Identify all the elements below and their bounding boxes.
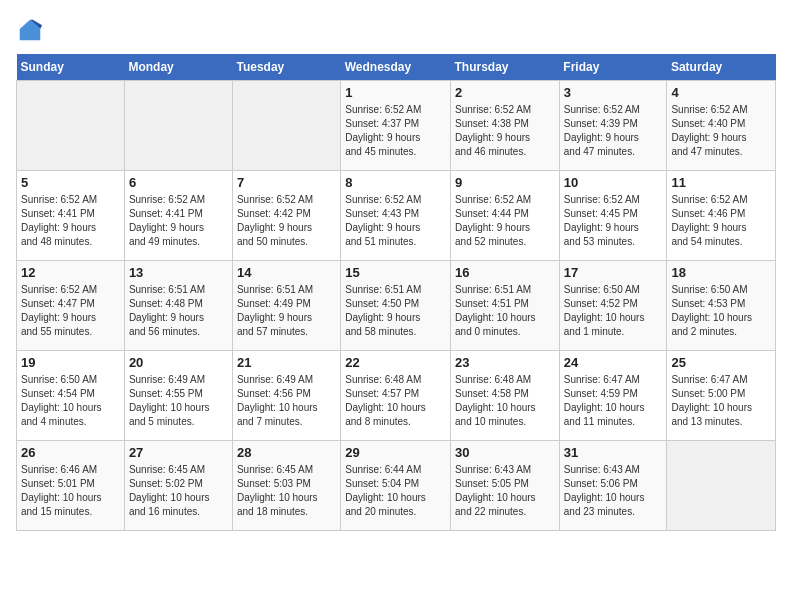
calendar-cell: 30Sunrise: 6:43 AM Sunset: 5:05 PM Dayli… (451, 441, 560, 531)
day-number: 18 (671, 265, 771, 280)
day-number: 15 (345, 265, 446, 280)
calendar-week-row: 26Sunrise: 6:46 AM Sunset: 5:01 PM Dayli… (17, 441, 776, 531)
calendar-cell: 6Sunrise: 6:52 AM Sunset: 4:41 PM Daylig… (124, 171, 232, 261)
day-number: 30 (455, 445, 555, 460)
day-number: 23 (455, 355, 555, 370)
day-number: 27 (129, 445, 228, 460)
day-number: 3 (564, 85, 663, 100)
calendar-cell (232, 81, 340, 171)
calendar-cell: 25Sunrise: 6:47 AM Sunset: 5:00 PM Dayli… (667, 351, 776, 441)
day-info: Sunrise: 6:48 AM Sunset: 4:58 PM Dayligh… (455, 373, 555, 429)
day-number: 28 (237, 445, 336, 460)
day-info: Sunrise: 6:43 AM Sunset: 5:06 PM Dayligh… (564, 463, 663, 519)
weekday-header-sunday: Sunday (17, 54, 125, 81)
calendar-cell: 23Sunrise: 6:48 AM Sunset: 4:58 PM Dayli… (451, 351, 560, 441)
calendar-cell: 9Sunrise: 6:52 AM Sunset: 4:44 PM Daylig… (451, 171, 560, 261)
calendar-week-row: 12Sunrise: 6:52 AM Sunset: 4:47 PM Dayli… (17, 261, 776, 351)
day-number: 25 (671, 355, 771, 370)
logo-icon (16, 16, 44, 44)
calendar-cell: 18Sunrise: 6:50 AM Sunset: 4:53 PM Dayli… (667, 261, 776, 351)
day-number: 9 (455, 175, 555, 190)
calendar-cell: 12Sunrise: 6:52 AM Sunset: 4:47 PM Dayli… (17, 261, 125, 351)
day-number: 8 (345, 175, 446, 190)
day-info: Sunrise: 6:51 AM Sunset: 4:48 PM Dayligh… (129, 283, 228, 339)
day-number: 4 (671, 85, 771, 100)
calendar-cell: 26Sunrise: 6:46 AM Sunset: 5:01 PM Dayli… (17, 441, 125, 531)
calendar-cell: 24Sunrise: 6:47 AM Sunset: 4:59 PM Dayli… (559, 351, 667, 441)
calendar-cell: 7Sunrise: 6:52 AM Sunset: 4:42 PM Daylig… (232, 171, 340, 261)
day-number: 13 (129, 265, 228, 280)
weekday-header-monday: Monday (124, 54, 232, 81)
day-number: 21 (237, 355, 336, 370)
calendar-header: SundayMondayTuesdayWednesdayThursdayFrid… (17, 54, 776, 81)
day-number: 16 (455, 265, 555, 280)
day-number: 11 (671, 175, 771, 190)
day-info: Sunrise: 6:52 AM Sunset: 4:37 PM Dayligh… (345, 103, 446, 159)
calendar-cell: 8Sunrise: 6:52 AM Sunset: 4:43 PM Daylig… (341, 171, 451, 261)
day-number: 24 (564, 355, 663, 370)
day-info: Sunrise: 6:52 AM Sunset: 4:47 PM Dayligh… (21, 283, 120, 339)
calendar-cell: 31Sunrise: 6:43 AM Sunset: 5:06 PM Dayli… (559, 441, 667, 531)
calendar-cell: 5Sunrise: 6:52 AM Sunset: 4:41 PM Daylig… (17, 171, 125, 261)
calendar-table: SundayMondayTuesdayWednesdayThursdayFrid… (16, 54, 776, 531)
day-number: 7 (237, 175, 336, 190)
day-number: 20 (129, 355, 228, 370)
day-info: Sunrise: 6:52 AM Sunset: 4:41 PM Dayligh… (129, 193, 228, 249)
day-number: 5 (21, 175, 120, 190)
day-info: Sunrise: 6:51 AM Sunset: 4:50 PM Dayligh… (345, 283, 446, 339)
weekday-header-wednesday: Wednesday (341, 54, 451, 81)
weekday-header-thursday: Thursday (451, 54, 560, 81)
day-info: Sunrise: 6:52 AM Sunset: 4:44 PM Dayligh… (455, 193, 555, 249)
day-info: Sunrise: 6:52 AM Sunset: 4:42 PM Dayligh… (237, 193, 336, 249)
calendar-cell: 2Sunrise: 6:52 AM Sunset: 4:38 PM Daylig… (451, 81, 560, 171)
calendar-cell: 4Sunrise: 6:52 AM Sunset: 4:40 PM Daylig… (667, 81, 776, 171)
day-number: 14 (237, 265, 336, 280)
calendar-cell (667, 441, 776, 531)
calendar-cell: 11Sunrise: 6:52 AM Sunset: 4:46 PM Dayli… (667, 171, 776, 261)
day-number: 10 (564, 175, 663, 190)
day-number: 26 (21, 445, 120, 460)
weekday-header-friday: Friday (559, 54, 667, 81)
calendar-cell: 15Sunrise: 6:51 AM Sunset: 4:50 PM Dayli… (341, 261, 451, 351)
day-info: Sunrise: 6:47 AM Sunset: 4:59 PM Dayligh… (564, 373, 663, 429)
calendar-cell: 1Sunrise: 6:52 AM Sunset: 4:37 PM Daylig… (341, 81, 451, 171)
calendar-cell: 10Sunrise: 6:52 AM Sunset: 4:45 PM Dayli… (559, 171, 667, 261)
day-number: 2 (455, 85, 555, 100)
day-info: Sunrise: 6:48 AM Sunset: 4:57 PM Dayligh… (345, 373, 446, 429)
calendar-cell: 14Sunrise: 6:51 AM Sunset: 4:49 PM Dayli… (232, 261, 340, 351)
calendar-cell: 21Sunrise: 6:49 AM Sunset: 4:56 PM Dayli… (232, 351, 340, 441)
calendar-week-row: 5Sunrise: 6:52 AM Sunset: 4:41 PM Daylig… (17, 171, 776, 261)
day-info: Sunrise: 6:52 AM Sunset: 4:46 PM Dayligh… (671, 193, 771, 249)
day-info: Sunrise: 6:52 AM Sunset: 4:40 PM Dayligh… (671, 103, 771, 159)
calendar-week-row: 1Sunrise: 6:52 AM Sunset: 4:37 PM Daylig… (17, 81, 776, 171)
day-info: Sunrise: 6:52 AM Sunset: 4:41 PM Dayligh… (21, 193, 120, 249)
day-info: Sunrise: 6:52 AM Sunset: 4:45 PM Dayligh… (564, 193, 663, 249)
calendar-cell: 3Sunrise: 6:52 AM Sunset: 4:39 PM Daylig… (559, 81, 667, 171)
day-number: 29 (345, 445, 446, 460)
day-info: Sunrise: 6:50 AM Sunset: 4:52 PM Dayligh… (564, 283, 663, 339)
day-info: Sunrise: 6:44 AM Sunset: 5:04 PM Dayligh… (345, 463, 446, 519)
day-number: 6 (129, 175, 228, 190)
calendar-cell (17, 81, 125, 171)
day-info: Sunrise: 6:49 AM Sunset: 4:56 PM Dayligh… (237, 373, 336, 429)
weekday-header-saturday: Saturday (667, 54, 776, 81)
logo (16, 16, 48, 44)
day-info: Sunrise: 6:45 AM Sunset: 5:03 PM Dayligh… (237, 463, 336, 519)
day-number: 19 (21, 355, 120, 370)
calendar-cell: 16Sunrise: 6:51 AM Sunset: 4:51 PM Dayli… (451, 261, 560, 351)
calendar-cell: 28Sunrise: 6:45 AM Sunset: 5:03 PM Dayli… (232, 441, 340, 531)
calendar-cell: 29Sunrise: 6:44 AM Sunset: 5:04 PM Dayli… (341, 441, 451, 531)
calendar-cell: 22Sunrise: 6:48 AM Sunset: 4:57 PM Dayli… (341, 351, 451, 441)
calendar-cell: 27Sunrise: 6:45 AM Sunset: 5:02 PM Dayli… (124, 441, 232, 531)
weekday-header-tuesday: Tuesday (232, 54, 340, 81)
calendar-cell: 20Sunrise: 6:49 AM Sunset: 4:55 PM Dayli… (124, 351, 232, 441)
day-info: Sunrise: 6:52 AM Sunset: 4:39 PM Dayligh… (564, 103, 663, 159)
day-info: Sunrise: 6:51 AM Sunset: 4:51 PM Dayligh… (455, 283, 555, 339)
day-number: 12 (21, 265, 120, 280)
day-number: 31 (564, 445, 663, 460)
day-info: Sunrise: 6:50 AM Sunset: 4:54 PM Dayligh… (21, 373, 120, 429)
day-info: Sunrise: 6:43 AM Sunset: 5:05 PM Dayligh… (455, 463, 555, 519)
day-info: Sunrise: 6:52 AM Sunset: 4:43 PM Dayligh… (345, 193, 446, 249)
day-info: Sunrise: 6:51 AM Sunset: 4:49 PM Dayligh… (237, 283, 336, 339)
calendar-cell: 19Sunrise: 6:50 AM Sunset: 4:54 PM Dayli… (17, 351, 125, 441)
